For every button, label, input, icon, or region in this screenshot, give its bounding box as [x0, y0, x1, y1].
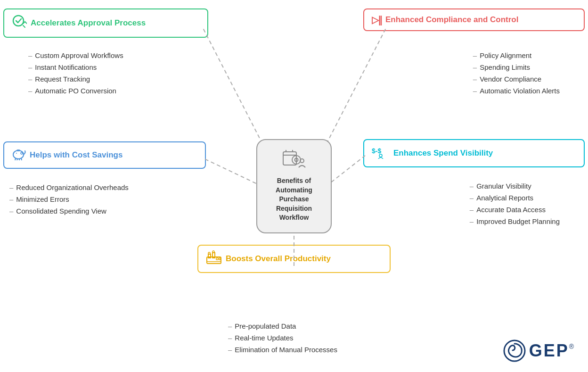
svg-point-30	[212, 251, 214, 253]
gep-logo: GEP ®	[503, 339, 574, 363]
enhanced-label: Enhanced Compliance and Control	[385, 15, 518, 25]
accelerates-label: Accelerates Approval Process	[31, 18, 146, 28]
bullet-item: Instant Notifications	[28, 61, 123, 73]
enhanced-icon: ▷‖	[372, 14, 382, 25]
svg-point-12	[13, 16, 24, 26]
svg-rect-28	[219, 258, 220, 260]
bullet-item: Spending Limits	[473, 61, 560, 73]
bullet-item: Accurate Data Access	[470, 204, 560, 215]
svg-line-17	[15, 158, 16, 160]
bullet-item: Pre-populated Data	[228, 320, 360, 332]
productivity-icon	[206, 250, 222, 267]
productivity-label: Boosts Overall Productivity	[226, 254, 331, 264]
cost-label: Helps with Cost Savings	[30, 150, 122, 160]
cost-icon	[12, 147, 26, 163]
accelerates-icon	[12, 14, 27, 32]
bullet-item: Vendor Compliance	[473, 73, 560, 85]
bullet-item: Automatic Violation Alerts	[473, 85, 560, 97]
bullet-item: Custom Approval Workflows	[28, 50, 123, 61]
category-spend: $-$ Enhances Spend Visibility	[363, 139, 585, 167]
svg-text:$-$: $-$	[372, 147, 381, 155]
svg-line-2	[203, 158, 262, 186]
svg-rect-5	[283, 152, 296, 165]
bullet-item: Improved Budget Planning	[470, 215, 560, 227]
accelerates-bullets: Custom Approval Workflows Instant Notifi…	[28, 50, 123, 97]
productivity-bullets: Pre-populated Data Real-time Updates Eli…	[228, 320, 360, 355]
cost-bullets: Reduced Organizational Overheads Minimiz…	[9, 182, 129, 217]
diagram-container: Benefits of Automating Purchase Requisit…	[0, 0, 588, 372]
svg-line-3	[326, 156, 365, 186]
center-box: Benefits of Automating Purchase Requisit…	[256, 139, 332, 233]
svg-rect-27	[216, 258, 218, 260]
bullet-item: Request Tracking	[28, 73, 123, 85]
gep-brand-text: GEP	[529, 341, 569, 361]
center-icon	[282, 149, 306, 173]
center-text: Benefits of Automating Purchase Requisit…	[262, 176, 326, 223]
category-accelerates: Accelerates Approval Process	[3, 8, 208, 38]
bullet-item: Analytical Reports	[470, 192, 560, 204]
svg-point-15	[16, 153, 17, 154]
bullet-item: Automatic PO Conversion	[28, 85, 123, 97]
bullet-item: Real-time Updates	[228, 332, 360, 344]
spend-label: Enhances Spend Visibility	[393, 149, 493, 158]
svg-line-1	[320, 27, 386, 156]
bullet-item: Consolidated Spending View	[9, 205, 129, 217]
svg-line-20	[21, 158, 22, 160]
gep-registered-mark: ®	[569, 343, 574, 350]
category-cost: Helps with Cost Savings	[3, 141, 206, 169]
bullet-item: Granular Visibility	[470, 180, 560, 192]
svg-point-13	[13, 150, 24, 159]
bullet-item: Elimination of Manual Processes	[228, 344, 360, 355]
category-enhanced: ▷‖ Enhanced Compliance and Control	[363, 8, 585, 31]
bullet-item: Policy Alignment	[473, 50, 560, 61]
category-productivity: Boosts Overall Productivity	[197, 245, 391, 273]
bullet-item: Reduced Organizational Overheads	[9, 182, 129, 193]
spend-icon: $-$	[372, 145, 390, 162]
svg-point-14	[21, 152, 23, 154]
svg-line-18	[17, 159, 17, 160]
svg-point-29	[208, 252, 210, 254]
spend-bullets: Granular Visibility Analytical Reports A…	[470, 180, 560, 227]
bullet-item: Minimized Errors	[9, 193, 129, 205]
svg-line-0	[203, 27, 269, 156]
gep-logo-icon	[503, 339, 526, 363]
enhanced-bullets: Policy Alignment Spending Limits Vendor …	[473, 50, 560, 97]
